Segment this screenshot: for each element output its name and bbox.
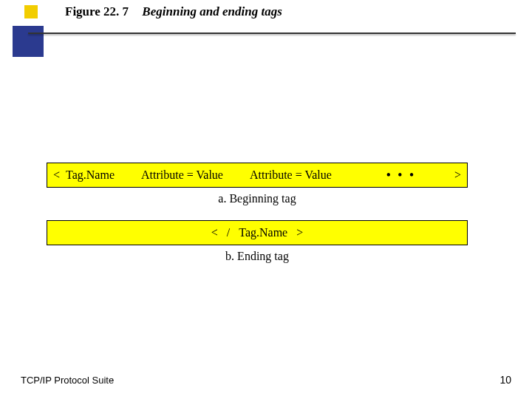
tag-name-text: Tag.Name <box>236 226 290 239</box>
beginning-tag-caption: a. Beginning tag <box>47 192 468 205</box>
slash-symbol: / <box>224 226 233 239</box>
less-than-symbol: < <box>208 226 221 239</box>
beginning-tag-box: < Tag.Name Attribute = Value Attribute =… <box>47 163 468 188</box>
ending-tag-box: < / Tag.Name > <box>47 220 468 245</box>
attribute-pair-2: Attribute = Value <box>245 163 354 187</box>
title-underline <box>28 33 516 34</box>
decor-blue-square <box>13 26 44 57</box>
ellipsis-text: • • • <box>354 163 449 187</box>
diagram-area: < Tag.Name Attribute = Value Attribute =… <box>47 163 468 278</box>
greater-than-symbol: > <box>293 226 306 239</box>
footer-text: TCP/IP Protocol Suite <box>21 375 114 386</box>
figure-title: Beginning and ending tags <box>142 4 282 18</box>
attribute-pair-1: Attribute = Value <box>137 163 245 187</box>
slide-decor <box>0 0 59 74</box>
figure-number: Figure 22. 7 <box>65 4 129 18</box>
ending-tag-caption: b. Ending tag <box>47 250 468 263</box>
page-number: 10 <box>499 374 511 386</box>
less-than-symbol: < <box>47 163 61 187</box>
figure-heading: Figure 22. 7 Beginning and ending tags <box>65 4 282 19</box>
greater-than-symbol: > <box>449 163 467 187</box>
decor-yellow-square <box>24 5 38 18</box>
tag-name-text: Tag.Name <box>61 163 137 187</box>
